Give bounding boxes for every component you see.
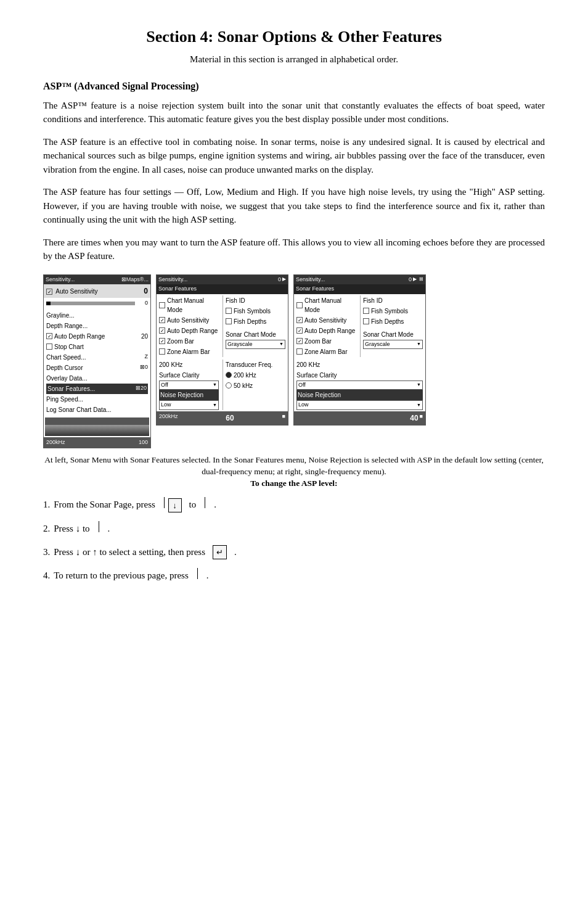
center-200khz-option: 200 kHz (226, 370, 285, 380)
right-noise-rejection-label: Noise Rejection (296, 390, 423, 400)
center-zone-alarm: Zone Alarm Bar (159, 347, 219, 357)
ping-speed-item: Ping Speed... (46, 394, 148, 405)
center-surface-select: Off ▼ (159, 380, 219, 390)
figure-area: Sensitivity... ⊠Maps®... Auto Sensitivit… (43, 274, 545, 449)
right-bottom-indicator: ■ (420, 413, 423, 424)
auto-sens-checkbox (46, 289, 52, 295)
left-bottom-num: 100 (139, 438, 148, 447)
step2-num: 2. (43, 522, 50, 536)
center-bottom-num: 60 (226, 413, 234, 424)
depth-range-item: Depth Range... (46, 321, 148, 331)
right-toplabel: Sensitivity... (296, 276, 325, 284)
left-auto-sens: Auto Sensitivity (46, 287, 98, 296)
center-surface-clarity-label: Surface Clarity (159, 370, 219, 380)
overlay-data-item: Overlay Data... (46, 373, 148, 384)
right-fish-symbols: Fish Symbols (363, 306, 423, 316)
steps-section: 1. From the Sonar Page, press ↓ to . 2. … (43, 497, 545, 583)
center-chart-manual: Chart Manual Mode (159, 295, 219, 315)
right-bottom-num: 40 (410, 413, 418, 424)
right-freq-label: 200 KHz (296, 360, 423, 370)
stop-chart-item: Stop Chart (46, 342, 148, 352)
step-3: 3. Press ↓ or ↑ to select a setting, the… (43, 545, 545, 560)
step3-text: Press ↓ or ↑ to select a setting, then p… (54, 545, 237, 560)
caption-heading: To change the ASP level: (250, 479, 337, 488)
sonar-image-area (45, 417, 149, 436)
left-panel-toplabel: Sensitivity... (46, 276, 75, 284)
center-bottom-indicator: ■ (282, 413, 285, 424)
right-auto-depth-range: Auto Depth Range (296, 326, 356, 336)
step-2: 2. Press ↓ to . (43, 521, 545, 537)
step1-num: 1. (43, 498, 50, 512)
left-bottom-freq: 200kHz (46, 438, 65, 447)
center-panel: Sensitivity... 0 ▶ Sonar Features Chart … (156, 274, 288, 426)
center-sonar-chart-mode-label: Sonar Chart Mode (226, 329, 285, 340)
para1: The ASP™ feature is a noise rejection sy… (43, 99, 545, 126)
center-noise-rejection-label: Noise Rejection (159, 390, 219, 400)
right-sonar-chart-mode-label: Sonar Chart Mode (363, 329, 423, 340)
heading-asp: ASP™ (Advanced Signal Processing) (43, 79, 545, 94)
right-chart-manual: Chart Manual Mode (296, 295, 356, 315)
center-zoom-bar: Zoom Bar (159, 336, 219, 347)
log-sonar-item: Log Sonar Chart Data... (46, 405, 148, 415)
center-auto-sensitivity: Auto Sensitivity (159, 315, 219, 326)
center-transducer-label: Transducer Freq. (226, 360, 285, 370)
step3-num: 3. (43, 545, 50, 559)
grayline-item: Grayline... (46, 310, 148, 321)
auto-depth-range-item: Auto Depth Range 20 (46, 331, 148, 342)
center-slider-val: 0 (278, 276, 281, 284)
center-chart-mode-select: Grayscale ▼ (226, 340, 285, 350)
right-auto-sensitivity: Auto Sensitivity (296, 315, 356, 326)
right-noise-select: Low ▼ (296, 400, 423, 410)
step4-text: To return to the previous page, press . (54, 568, 208, 583)
center-freq-label: 200 KHz (159, 360, 219, 370)
para3: The ASP feature has four settings — Off,… (43, 185, 545, 227)
right-surface-select: Off ▼ (296, 380, 423, 390)
center-fish-symbols: Fish Symbols (226, 306, 285, 316)
figure-caption: At left, Sonar Menu with Sonar Features … (43, 454, 545, 490)
center-noise-select: Low ▼ (159, 400, 219, 410)
chart-speed-item: Chart Speed... Z (46, 352, 148, 363)
left-sens-value: 0 (144, 286, 148, 297)
right-fish-depths: Fish Depths (363, 316, 423, 327)
step-1: 1. From the Sonar Page, press ↓ to . (43, 497, 545, 513)
right-panel: Sensitivity... 0 ▶ ⊠ Sonar Features Char… (293, 274, 426, 426)
right-zone-alarm: Zone Alarm Bar (296, 347, 356, 357)
right-bottom-spacer (296, 413, 410, 424)
step1-divider1 (164, 497, 165, 508)
right-zoom-bar: Zoom Bar (296, 336, 356, 347)
step2-text: Press ↓ to . (54, 521, 110, 537)
right-slider-val: 0 (409, 276, 412, 284)
right-section-label: Sonar Features (296, 286, 334, 292)
step3-key: ↵ (213, 545, 227, 560)
step1-text: From the Sonar Page, press ↓ to . (54, 497, 216, 513)
center-bottom-freq: 200kHz (159, 413, 178, 424)
left-panel: Sensitivity... ⊠Maps®... Auto Sensitivit… (43, 274, 151, 449)
right-fish-id: Fish ID (363, 295, 423, 306)
left-panel-topright: ⊠Maps®... (121, 276, 149, 284)
center-fish-depths: Fish Depths (226, 316, 285, 327)
center-section-label: Sonar Features (158, 286, 197, 292)
center-fish-id: Fish ID (226, 295, 285, 306)
subtitle: Material in this section is arranged in … (43, 52, 545, 67)
step1-divider2 (205, 497, 205, 508)
step-4: 4. To return to the previous page, press… (43, 568, 545, 583)
center-arrow: ▶ (282, 276, 286, 283)
para2: The ASP feature is an effective tool in … (43, 135, 545, 177)
step4-num: 4. (43, 569, 50, 583)
right-surface-clarity-label: Surface Clarity (296, 370, 423, 380)
center-auto-depth-range: Auto Depth Range (159, 326, 219, 336)
center-toplabel: Sensitivity... (158, 276, 187, 284)
step2-divider (99, 521, 99, 532)
step4-divider (197, 568, 198, 579)
depth-cursor-item: Depth Cursor ⊠ 0 (46, 363, 148, 373)
sonar-features-item: Sonar Features... ⊠ 20 (46, 384, 148, 394)
step1-key: ↓ (168, 498, 182, 513)
page-title: Section 4: Sonar Options & Other Feature… (43, 25, 545, 49)
right-chart-mode-select: Grayscale ▼ (363, 340, 423, 350)
para4: There are times when you may want to tur… (43, 236, 545, 263)
center-50khz-option: 50 kHz (226, 380, 285, 391)
